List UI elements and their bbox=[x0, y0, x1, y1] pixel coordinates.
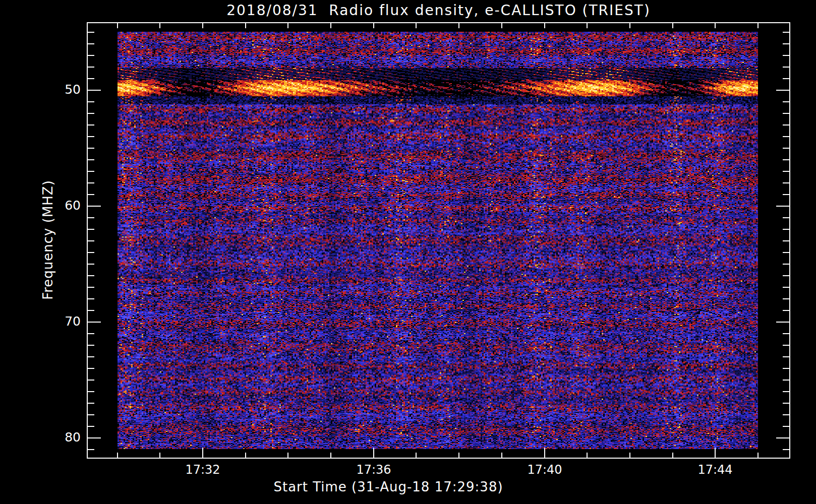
x-tick-label: 17:36 bbox=[338, 463, 409, 477]
y-right-tick bbox=[783, 414, 789, 415]
x-minor-tick bbox=[629, 453, 630, 458]
y-minor-tick bbox=[88, 67, 94, 68]
y-right-tick bbox=[783, 55, 789, 56]
y-minor-tick bbox=[88, 194, 94, 195]
y-right-tick bbox=[783, 275, 789, 276]
y-minor-tick bbox=[88, 171, 94, 172]
y-minor-tick bbox=[88, 182, 94, 183]
y-minor-tick bbox=[88, 310, 94, 311]
y-right-tick bbox=[783, 32, 789, 33]
x-minor-tick bbox=[117, 453, 118, 458]
y-minor-tick bbox=[88, 229, 94, 230]
x-top-tick bbox=[629, 23, 630, 28]
x-top-tick bbox=[501, 23, 502, 28]
y-minor-tick bbox=[88, 159, 94, 160]
y-right-tick bbox=[783, 310, 789, 311]
y-right-tick bbox=[783, 426, 789, 427]
y-right-tick bbox=[776, 322, 789, 323]
y-right-tick bbox=[776, 90, 789, 91]
y-tick-label: 50 bbox=[39, 82, 81, 97]
y-right-tick bbox=[783, 113, 789, 114]
y-right-tick bbox=[783, 194, 789, 195]
y-major-tick bbox=[88, 437, 101, 438]
y-minor-tick bbox=[88, 113, 94, 114]
x-top-tick bbox=[245, 23, 246, 28]
y-right-tick bbox=[783, 333, 789, 334]
y-major-tick bbox=[88, 206, 101, 207]
x-top-tick bbox=[715, 23, 716, 28]
y-right-tick bbox=[783, 101, 789, 102]
x-minor-tick bbox=[458, 453, 459, 458]
x-major-tick bbox=[373, 448, 374, 458]
y-right-tick bbox=[783, 356, 789, 357]
y-minor-tick bbox=[88, 368, 94, 369]
x-tick-label: 17:32 bbox=[167, 463, 238, 477]
y-right-tick bbox=[783, 264, 789, 265]
y-right-tick bbox=[783, 252, 789, 253]
y-minor-tick bbox=[88, 101, 94, 102]
y-right-tick bbox=[783, 229, 789, 230]
y-right-tick bbox=[783, 171, 789, 172]
y-right-tick bbox=[783, 345, 789, 346]
x-top-tick bbox=[458, 23, 459, 28]
x-minor-tick bbox=[672, 453, 673, 458]
x-top-tick bbox=[587, 23, 588, 28]
y-minor-tick bbox=[88, 55, 94, 56]
x-top-tick bbox=[373, 23, 374, 28]
y-right-tick bbox=[776, 437, 789, 438]
y-right-tick bbox=[776, 206, 789, 207]
y-minor-tick bbox=[88, 252, 94, 253]
y-tick-label: 80 bbox=[39, 430, 81, 445]
y-minor-tick bbox=[88, 298, 94, 299]
y-right-tick bbox=[783, 368, 789, 369]
y-right-tick bbox=[783, 449, 789, 450]
x-major-tick bbox=[544, 448, 545, 458]
y-minor-tick bbox=[88, 32, 94, 33]
y-right-tick bbox=[783, 136, 789, 137]
y-right-tick bbox=[783, 287, 789, 288]
x-minor-tick bbox=[159, 453, 160, 458]
x-minor-tick bbox=[330, 453, 331, 458]
y-right-tick bbox=[783, 298, 789, 299]
y-major-tick bbox=[88, 322, 101, 323]
x-top-tick bbox=[202, 23, 203, 28]
x-top-tick bbox=[672, 23, 673, 28]
x-minor-tick bbox=[245, 453, 246, 458]
y-minor-tick bbox=[88, 148, 94, 149]
x-top-tick bbox=[544, 23, 545, 28]
x-minor-tick bbox=[757, 453, 759, 458]
x-tick-label: 17:44 bbox=[680, 463, 750, 477]
y-right-tick bbox=[783, 124, 789, 125]
y-minor-tick bbox=[88, 356, 94, 357]
y-tick-label: 60 bbox=[39, 198, 81, 213]
y-minor-tick bbox=[88, 275, 94, 276]
y-tick-label: 70 bbox=[39, 314, 81, 329]
y-minor-tick bbox=[88, 449, 94, 450]
y-major-tick bbox=[88, 90, 101, 91]
y-minor-tick bbox=[88, 391, 94, 392]
x-minor-tick bbox=[287, 453, 288, 458]
y-right-tick bbox=[783, 391, 789, 392]
y-right-tick bbox=[783, 240, 789, 241]
x-major-tick bbox=[715, 448, 716, 458]
y-right-tick bbox=[783, 148, 789, 149]
x-minor-tick bbox=[416, 453, 417, 458]
x-top-tick bbox=[287, 23, 288, 28]
y-minor-tick bbox=[88, 136, 94, 137]
y-right-tick bbox=[783, 67, 789, 68]
plot-title: 2018/08/31 Radio flux density, e-CALLIST… bbox=[87, 2, 790, 19]
y-right-tick bbox=[783, 403, 789, 404]
spectrogram-page: 2018/08/31 Radio flux density, e-CALLIST… bbox=[0, 0, 816, 504]
y-minor-tick bbox=[88, 240, 94, 241]
x-top-tick bbox=[117, 23, 118, 28]
x-axis-title: Start Time (31-Aug-18 17:29:38) bbox=[187, 479, 590, 494]
y-minor-tick bbox=[88, 345, 94, 346]
x-top-tick bbox=[757, 23, 759, 28]
x-minor-tick bbox=[501, 453, 502, 458]
y-minor-tick bbox=[88, 217, 94, 218]
y-right-tick bbox=[783, 78, 789, 79]
x-top-tick bbox=[159, 23, 160, 28]
axis-box bbox=[87, 22, 790, 459]
y-minor-tick bbox=[88, 426, 94, 427]
y-minor-tick bbox=[88, 403, 94, 404]
